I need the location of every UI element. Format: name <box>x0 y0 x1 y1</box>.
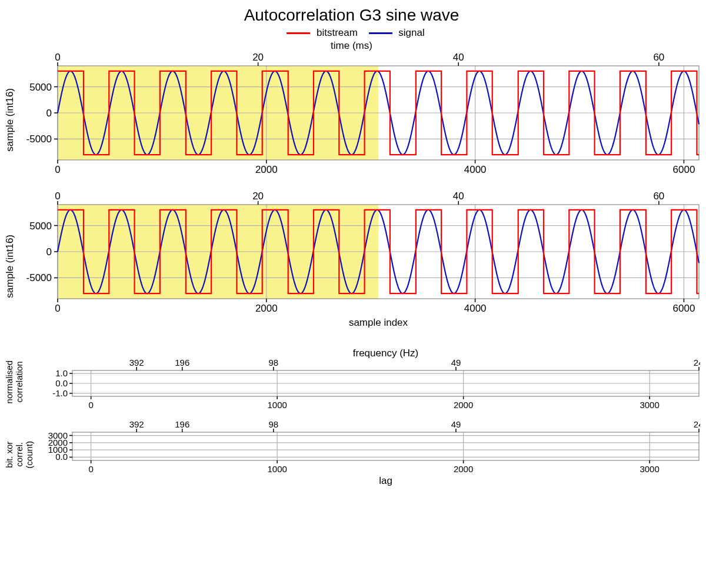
svg-text:-5000: -5000 <box>26 272 52 283</box>
correlation-panel: frequency (Hz)392196984924.5010002000300… <box>31 348 700 416</box>
svg-text:1000: 1000 <box>267 400 287 410</box>
legend-label-bitstream: bitstream <box>317 27 358 38</box>
svg-text:2000: 2000 <box>255 164 278 175</box>
svg-text:0: 0 <box>55 191 60 202</box>
svg-text:6000: 6000 <box>673 303 695 314</box>
svg-text:3000: 3000 <box>640 464 659 474</box>
bitxor-panel: 392196984924.501000200030000.01000200030… <box>31 419 700 490</box>
svg-text:0: 0 <box>46 246 52 258</box>
svg-text:24.5: 24.5 <box>694 358 700 368</box>
svg-text:20: 20 <box>252 191 264 202</box>
svg-text:392: 392 <box>129 419 144 429</box>
svg-text:1000: 1000 <box>267 464 287 474</box>
svg-text:60: 60 <box>653 191 664 202</box>
svg-text:1.0: 1.0 <box>55 368 68 378</box>
page-title: Autocorrelation G3 sine wave <box>244 6 459 25</box>
svg-text:98: 98 <box>268 358 278 368</box>
legend-swatch-signal <box>369 32 392 34</box>
axis-label-sample-int16-1: sample (int16) <box>3 88 19 152</box>
svg-text:sample index: sample index <box>349 317 408 328</box>
svg-text:392: 392 <box>129 358 144 368</box>
svg-text:-1.0: -1.0 <box>52 388 68 398</box>
svg-text:0: 0 <box>88 464 93 474</box>
svg-text:0.0: 0.0 <box>55 378 68 388</box>
svg-text:5000: 5000 <box>29 220 52 232</box>
svg-text:5000: 5000 <box>29 82 52 93</box>
svg-text:2000: 2000 <box>454 464 473 474</box>
svg-text:2000: 2000 <box>255 303 278 314</box>
svg-text:0: 0 <box>46 108 52 119</box>
svg-text:49: 49 <box>451 358 461 368</box>
svg-text:3000: 3000 <box>48 430 68 440</box>
svg-text:4000: 4000 <box>464 303 487 314</box>
chart-legend: bitstream signal <box>278 27 425 39</box>
svg-text:0: 0 <box>55 164 60 175</box>
svg-text:98: 98 <box>268 419 278 429</box>
svg-text:40: 40 <box>453 191 464 202</box>
axis-label-sample-int16-2: sample (int16) <box>3 235 19 298</box>
svg-text:0: 0 <box>55 52 60 63</box>
svg-text:4000: 4000 <box>464 164 487 175</box>
svg-text:196: 196 <box>175 358 189 368</box>
legend-swatch-bitstream <box>287 32 310 34</box>
svg-text:0: 0 <box>88 400 93 410</box>
svg-text:24.5: 24.5 <box>694 419 700 429</box>
axis-label-norm-corr: normalisedcorrelation <box>3 360 31 403</box>
svg-text:40: 40 <box>453 52 464 63</box>
svg-text:6000: 6000 <box>673 164 695 175</box>
svg-text:0: 0 <box>55 303 60 314</box>
svg-text:-5000: -5000 <box>26 133 52 145</box>
svg-text:20: 20 <box>252 52 264 63</box>
svg-text:60: 60 <box>653 52 664 63</box>
waveform-panel-2: 02040600200040006000-500005000sample ind… <box>19 191 700 342</box>
axis-label-time-ms: time (ms) <box>331 40 372 52</box>
legend-label-signal: signal <box>398 27 424 38</box>
svg-text:frequency (Hz): frequency (Hz) <box>353 348 418 359</box>
svg-text:lag: lag <box>379 475 392 486</box>
svg-text:49: 49 <box>451 419 461 429</box>
svg-text:2000: 2000 <box>454 400 473 410</box>
svg-text:196: 196 <box>175 419 189 429</box>
waveform-panel-1: 02040600200040006000-500005000 <box>19 52 700 188</box>
axis-label-bit-xor: bit. xorcorrel.(count) <box>3 441 31 469</box>
svg-rect-104 <box>72 432 699 460</box>
svg-text:3000: 3000 <box>640 400 659 410</box>
